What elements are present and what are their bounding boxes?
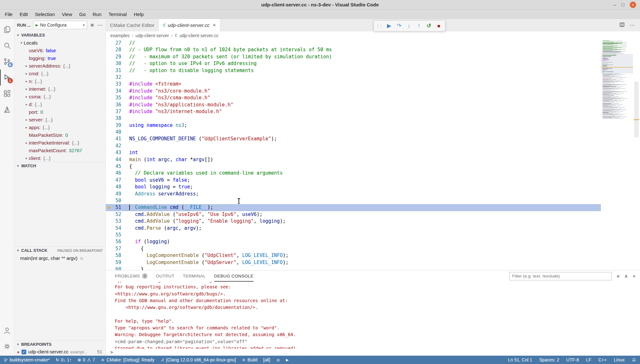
continue-button[interactable]: ▶ — [384, 22, 394, 29]
eol-item[interactable]: LF — [586, 357, 591, 362]
variable-apps[interactable]: ▸apps:{...} — [14, 123, 105, 131]
code-line-30[interactable]: 30// - option to use IPv4 or IPv6 addres… — [106, 60, 601, 67]
breakpoint-gutter[interactable] — [106, 245, 114, 252]
close-panel-icon[interactable]: × — [633, 273, 636, 279]
maximize-panel-icon[interactable]: ∧ — [624, 273, 628, 279]
code-line-35[interactable]: 35#include "ns3/csma-module.h" — [106, 95, 601, 101]
scrollbar[interactable] — [633, 40, 640, 270]
breakpoint-gutter[interactable] — [106, 211, 114, 218]
code-line-48[interactable]: 48 bool logging = true; — [106, 184, 601, 190]
code-line-39[interactable]: 39using namespace ns3; — [106, 122, 601, 129]
launch-target-item[interactable]: ▶ — [286, 358, 289, 362]
os-item[interactable]: Linux — [614, 357, 625, 362]
breakpoint-gutter[interactable] — [106, 225, 114, 232]
code-line-46[interactable]: 46 // Declare variables used in command-… — [106, 170, 601, 177]
code-line-55[interactable]: 55 — [106, 232, 601, 238]
code-line-50[interactable]: 50 — [106, 197, 601, 204]
code-line-47[interactable]: 47 bool useV6 = false; — [106, 177, 601, 184]
minimap[interactable] — [601, 40, 633, 270]
breakpoint-gutter[interactable] — [106, 197, 114, 204]
debug-target-item[interactable] — [276, 358, 280, 362]
variable-interPacketInterval[interactable]: ▸interPacketInterval:{...} — [14, 139, 105, 146]
breakpoint-gutter[interactable] — [106, 163, 114, 170]
variable-cmd[interactable]: ▸cmd:{...} — [14, 70, 105, 77]
menu-file[interactable]: File — [1, 12, 16, 17]
code-line-49[interactable]: 49 Address serverAddress; — [106, 191, 601, 197]
toolbar-drag-handle[interactable]: ⋮⋮ — [375, 23, 384, 28]
variable-logging[interactable]: logging:true — [14, 54, 105, 62]
menu-view[interactable]: View — [58, 12, 76, 17]
step-over-button[interactable]: ↷ — [394, 22, 404, 29]
variable-server[interactable]: ▸server:{...} — [14, 116, 105, 123]
code-line-58[interactable]: 58 LogComponentEnable ("UdpClient", LOG_… — [106, 252, 601, 259]
code-line-54[interactable]: 54 cmd.Parse (argc, argv); — [106, 225, 601, 232]
breakpoint-gutter[interactable] — [106, 204, 114, 211]
account-icon[interactable] — [0, 322, 14, 338]
breadcrumb-examples[interactable]: examples — [110, 33, 130, 38]
console-filter-input[interactable] — [509, 272, 612, 280]
git-branch-item[interactable]: buildsystem-cmake* — [4, 357, 50, 362]
variable-port[interactable]: port:0 — [14, 108, 105, 116]
scrollbar-thumb[interactable] — [634, 81, 639, 137]
code-line-29[interactable]: 29// - maximum of 320 packets sent (or l… — [106, 54, 601, 60]
search-icon[interactable] — [0, 37, 14, 54]
panel-tab-terminal[interactable]: TERMINAL — [183, 270, 206, 282]
code-line-57[interactable]: 57 { — [106, 245, 601, 252]
cursor-position-item[interactable]: Ln 51, Col 1 — [508, 357, 532, 362]
filter-lines-icon[interactable]: ≡ — [617, 273, 619, 279]
breakpoint-gutter[interactable] — [106, 232, 114, 238]
code-line-32[interactable]: 32 — [106, 74, 601, 81]
breakpoint-gutter[interactable] — [106, 149, 114, 156]
restart-button[interactable]: ↺ — [424, 22, 434, 29]
debug-settings-gear-icon[interactable] — [89, 22, 95, 28]
breakpoint-gutter[interactable] — [106, 259, 114, 266]
breakpoint-gutter[interactable] — [106, 129, 114, 136]
code-line-28[interactable]: 28// - UDP flow from n0 to n1 of 1024 by… — [106, 46, 601, 53]
breakpoint-gutter[interactable] — [106, 238, 114, 245]
code-line-40[interactable]: 40 — [106, 129, 601, 136]
code-line-34[interactable]: 34#include "ns3/core-module.h" — [106, 88, 601, 95]
breakpoint-gutter[interactable] — [106, 40, 114, 46]
breakpoint-gutter[interactable] — [106, 108, 114, 115]
problems-item[interactable]: ⊗ 0 ⚠ 7 — [77, 357, 95, 362]
code-line-59[interactable]: 59 LogComponentEnable ("UdpServer", LOG_… — [106, 259, 601, 266]
variables-scope-locals[interactable]: ▾Locals — [14, 39, 105, 46]
notifications-bell-item[interactable] — [632, 358, 636, 362]
menu-terminal[interactable]: Terminal — [105, 12, 131, 17]
code-editor[interactable]: 27//28// - UDP flow from n0 to n1 of 102… — [106, 40, 601, 270]
code-line-31[interactable]: 31// - option to disable logging stateme… — [106, 67, 601, 74]
minimize-button[interactable]: – — [613, 2, 616, 7]
menu-selection[interactable]: Selection — [31, 12, 58, 17]
sidebar-more-actions-icon[interactable]: ⋯ — [97, 22, 103, 29]
breakpoint-gutter[interactable] — [106, 156, 114, 163]
breakpoint-gutter[interactable] — [106, 95, 114, 101]
source-control-icon[interactable]: 6 — [0, 54, 14, 70]
close-button[interactable]: × — [630, 2, 636, 8]
menu-run[interactable]: Run — [89, 12, 105, 17]
close-tab-icon[interactable]: × — [213, 22, 216, 28]
start-debug-icon[interactable]: ▶ — [36, 23, 38, 27]
panel-tab-debug-console[interactable]: DEBUG CONSOLE — [214, 270, 254, 282]
breakpoint-gutter[interactable] — [106, 54, 114, 60]
breakpoint-gutter[interactable] — [106, 102, 114, 108]
breakpoint-gutter[interactable] — [106, 184, 114, 190]
code-line-60[interactable]: 60 } — [106, 266, 601, 270]
minimap-viewport[interactable] — [601, 54, 633, 73]
variable-client[interactable]: ▸client:{...} — [14, 154, 105, 162]
cmake-status-item[interactable]: CMake: [Debug]: Ready — [101, 357, 154, 362]
code-line-52[interactable]: 52 cmd.AddValue ("useIpv6", "Use Ipv6", … — [106, 211, 601, 218]
breakpoint-gutter[interactable] — [106, 46, 114, 53]
call-stack-section-header[interactable]: ▾ CALL STACK PAUSED ON BREAKPOINT — [14, 246, 105, 254]
debug-config-dropdown[interactable]: ▶ No Configura ▾ — [33, 21, 87, 29]
editor-more-actions-icon[interactable]: ⋯ — [630, 22, 635, 28]
cmake-icon[interactable] — [0, 102, 14, 118]
tab-cmake-cache-editor[interactable]: CMake Cache Editor — [106, 19, 159, 31]
code-line-53[interactable]: 53 cmd.AddValue ("logging", "Enable logg… — [106, 218, 601, 225]
watch-section-header[interactable]: ▾ WATCH — [14, 162, 105, 170]
variable-maxPacketCount[interactable]: maxPacketCount:32767 — [14, 146, 105, 154]
code-line-33[interactable]: 33#include <fstream> — [106, 81, 601, 87]
breakpoint-gutter[interactable] — [106, 266, 114, 270]
breakpoints-section-header[interactable]: ▾ BREAKPOINTS — [14, 340, 105, 348]
breakpoint-gutter[interactable] — [106, 191, 114, 197]
variable-internet[interactable]: ▸internet:{...} — [14, 85, 105, 93]
